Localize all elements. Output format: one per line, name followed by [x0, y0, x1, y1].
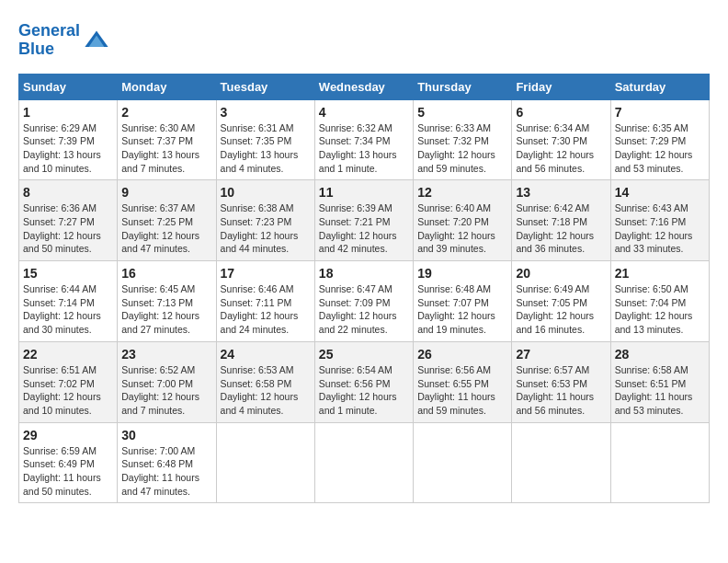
day-detail: Sunrise: 6:52 AM Sunset: 7:00 PM Dayligh… [121, 363, 211, 418]
day-detail: Sunrise: 6:35 AM Sunset: 7:29 PM Dayligh… [615, 121, 705, 176]
weekday-header-cell: Saturday [610, 74, 709, 99]
day-detail: Sunrise: 6:44 AM Sunset: 7:14 PM Dayligh… [23, 282, 113, 337]
day-detail: Sunrise: 6:51 AM Sunset: 7:02 PM Dayligh… [23, 363, 113, 418]
day-number: 19 [417, 266, 507, 281]
calendar-week-row: 15 Sunrise: 6:44 AM Sunset: 7:14 PM Dayl… [19, 261, 710, 342]
page-header: GeneralBlue [18, 18, 710, 59]
calendar-day-cell: 29 Sunrise: 6:59 AM Sunset: 6:49 PM Dayl… [19, 422, 118, 503]
calendar-day-cell: 26 Sunrise: 6:56 AM Sunset: 6:55 PM Dayl… [414, 341, 512, 422]
day-detail: Sunrise: 6:43 AM Sunset: 7:16 PM Dayligh… [615, 201, 705, 256]
day-number: 15 [23, 266, 113, 281]
calendar-day-cell: 12 Sunrise: 6:40 AM Sunset: 7:20 PM Dayl… [414, 180, 512, 261]
day-number: 23 [121, 347, 211, 362]
day-detail: Sunrise: 6:59 AM Sunset: 6:49 PM Dayligh… [23, 444, 113, 499]
day-detail: Sunrise: 6:58 AM Sunset: 6:51 PM Dayligh… [615, 363, 705, 418]
day-number: 18 [319, 266, 409, 281]
calendar-day-cell: 25 Sunrise: 6:54 AM Sunset: 6:56 PM Dayl… [314, 341, 413, 422]
calendar-day-cell: 28 Sunrise: 6:58 AM Sunset: 6:51 PM Dayl… [610, 341, 709, 422]
day-detail: Sunrise: 6:30 AM Sunset: 7:37 PM Dayligh… [121, 121, 211, 176]
day-number: 3 [221, 105, 311, 120]
weekday-header-cell: Friday [512, 74, 610, 99]
calendar-day-cell [314, 422, 413, 503]
calendar-day-cell: 3 Sunrise: 6:31 AM Sunset: 7:35 PM Dayli… [216, 99, 314, 180]
calendar-table: SundayMondayTuesdayWednesdayThursdayFrid… [18, 74, 710, 504]
weekday-header-cell: Monday [118, 74, 216, 99]
day-number: 11 [319, 185, 409, 200]
day-detail: Sunrise: 6:48 AM Sunset: 7:07 PM Dayligh… [417, 282, 507, 337]
weekday-header-cell: Wednesday [314, 74, 413, 99]
day-number: 21 [615, 266, 705, 281]
calendar-day-cell [414, 422, 512, 503]
day-number: 2 [121, 105, 211, 120]
day-detail: Sunrise: 6:40 AM Sunset: 7:20 PM Dayligh… [417, 201, 507, 256]
calendar-day-cell: 11 Sunrise: 6:39 AM Sunset: 7:21 PM Dayl… [314, 180, 413, 261]
day-detail: Sunrise: 6:57 AM Sunset: 6:53 PM Dayligh… [516, 363, 606, 418]
day-number: 12 [417, 185, 507, 200]
calendar-day-cell: 22 Sunrise: 6:51 AM Sunset: 7:02 PM Dayl… [19, 341, 118, 422]
calendar-day-cell: 13 Sunrise: 6:42 AM Sunset: 7:18 PM Dayl… [512, 180, 610, 261]
calendar-day-cell: 9 Sunrise: 6:37 AM Sunset: 7:25 PM Dayli… [118, 180, 216, 261]
day-number: 24 [221, 347, 311, 362]
day-detail: Sunrise: 6:42 AM Sunset: 7:18 PM Dayligh… [516, 201, 606, 256]
calendar-day-cell: 27 Sunrise: 6:57 AM Sunset: 6:53 PM Dayl… [512, 341, 610, 422]
day-detail: Sunrise: 6:47 AM Sunset: 7:09 PM Dayligh… [319, 282, 409, 337]
day-number: 22 [23, 347, 113, 362]
calendar-day-cell: 8 Sunrise: 6:36 AM Sunset: 7:27 PM Dayli… [19, 180, 118, 261]
day-detail: Sunrise: 6:31 AM Sunset: 7:35 PM Dayligh… [221, 121, 311, 176]
day-detail: Sunrise: 6:33 AM Sunset: 7:32 PM Dayligh… [417, 121, 507, 176]
day-detail: Sunrise: 6:46 AM Sunset: 7:11 PM Dayligh… [221, 282, 311, 337]
day-detail: Sunrise: 6:54 AM Sunset: 6:56 PM Dayligh… [319, 363, 409, 418]
day-number: 29 [23, 428, 113, 442]
day-number: 9 [121, 185, 211, 200]
day-detail: Sunrise: 6:39 AM Sunset: 7:21 PM Dayligh… [319, 201, 409, 256]
calendar-day-cell [216, 422, 314, 503]
day-detail: Sunrise: 6:29 AM Sunset: 7:39 PM Dayligh… [23, 121, 113, 176]
calendar-day-cell: 10 Sunrise: 6:38 AM Sunset: 7:23 PM Dayl… [216, 180, 314, 261]
day-detail: Sunrise: 6:56 AM Sunset: 6:55 PM Dayligh… [417, 363, 507, 418]
day-number: 16 [121, 266, 211, 281]
day-detail: Sunrise: 6:36 AM Sunset: 7:27 PM Dayligh… [23, 201, 113, 256]
day-number: 14 [615, 185, 705, 200]
calendar-day-cell: 15 Sunrise: 6:44 AM Sunset: 7:14 PM Dayl… [19, 261, 118, 342]
calendar-day-cell: 18 Sunrise: 6:47 AM Sunset: 7:09 PM Dayl… [314, 261, 413, 342]
day-detail: Sunrise: 6:34 AM Sunset: 7:30 PM Dayligh… [516, 121, 606, 176]
day-detail: Sunrise: 6:49 AM Sunset: 7:05 PM Dayligh… [516, 282, 606, 337]
calendar-week-row: 22 Sunrise: 6:51 AM Sunset: 7:02 PM Dayl… [19, 341, 710, 422]
calendar-day-cell: 1 Sunrise: 6:29 AM Sunset: 7:39 PM Dayli… [19, 99, 118, 180]
calendar-day-cell: 24 Sunrise: 6:53 AM Sunset: 6:58 PM Dayl… [216, 341, 314, 422]
weekday-header-cell: Tuesday [216, 74, 314, 99]
calendar-day-cell: 19 Sunrise: 6:48 AM Sunset: 7:07 PM Dayl… [414, 261, 512, 342]
calendar-week-row: 29 Sunrise: 6:59 AM Sunset: 6:49 PM Dayl… [19, 422, 710, 503]
calendar-day-cell [512, 422, 610, 503]
weekday-header-cell: Thursday [414, 74, 512, 99]
day-number: 8 [23, 185, 113, 200]
calendar-day-cell: 2 Sunrise: 6:30 AM Sunset: 7:37 PM Dayli… [118, 99, 216, 180]
day-detail: Sunrise: 6:38 AM Sunset: 7:23 PM Dayligh… [221, 201, 311, 256]
day-detail: Sunrise: 7:00 AM Sunset: 6:48 PM Dayligh… [121, 444, 211, 499]
calendar-body: 1 Sunrise: 6:29 AM Sunset: 7:39 PM Dayli… [19, 99, 710, 503]
calendar-day-cell [610, 422, 709, 503]
calendar-day-cell: 20 Sunrise: 6:49 AM Sunset: 7:05 PM Dayl… [512, 261, 610, 342]
day-number: 27 [516, 347, 606, 362]
calendar-day-cell: 23 Sunrise: 6:52 AM Sunset: 7:00 PM Dayl… [118, 341, 216, 422]
day-number: 20 [516, 266, 606, 281]
calendar-day-cell: 7 Sunrise: 6:35 AM Sunset: 7:29 PM Dayli… [610, 99, 709, 180]
weekday-header-row: SundayMondayTuesdayWednesdayThursdayFrid… [19, 74, 710, 99]
day-number: 10 [221, 185, 311, 200]
calendar-day-cell: 5 Sunrise: 6:33 AM Sunset: 7:32 PM Dayli… [414, 99, 512, 180]
day-number: 26 [417, 347, 507, 362]
day-number: 17 [221, 266, 311, 281]
day-number: 7 [615, 105, 705, 120]
day-number: 30 [121, 428, 211, 442]
day-number: 13 [516, 185, 606, 200]
day-number: 28 [615, 347, 705, 362]
weekday-header-cell: Sunday [19, 74, 118, 99]
logo-icon [84, 28, 109, 53]
day-number: 5 [417, 105, 507, 120]
calendar-day-cell: 14 Sunrise: 6:43 AM Sunset: 7:16 PM Dayl… [610, 180, 709, 261]
day-number: 4 [319, 105, 409, 120]
day-detail: Sunrise: 6:45 AM Sunset: 7:13 PM Dayligh… [121, 282, 211, 337]
day-detail: Sunrise: 6:32 AM Sunset: 7:34 PM Dayligh… [319, 121, 409, 176]
logo: GeneralBlue [18, 22, 109, 59]
calendar-week-row: 1 Sunrise: 6:29 AM Sunset: 7:39 PM Dayli… [19, 99, 710, 180]
